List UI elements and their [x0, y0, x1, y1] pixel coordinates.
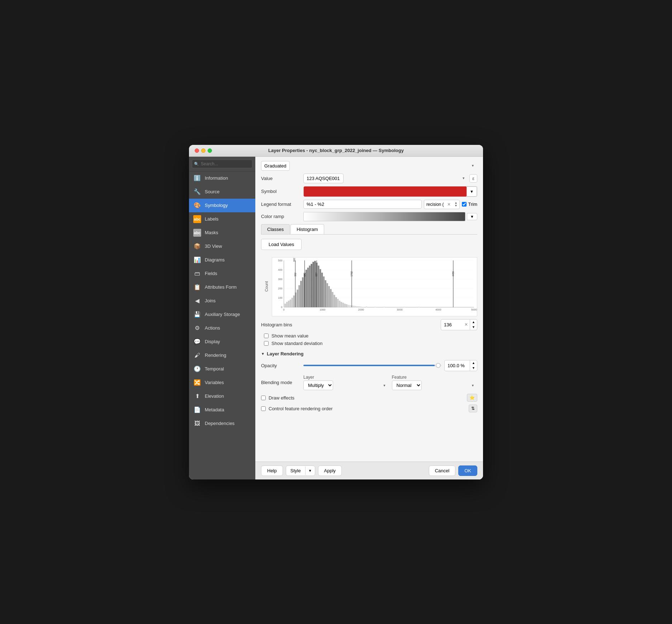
histogram-bins-label: Histogram bins	[261, 322, 292, 327]
trim-checkbox[interactable]	[462, 202, 467, 207]
collapse-arrow-icon[interactable]: ▼	[261, 352, 265, 356]
sidebar-item-joins[interactable]: ◀ Joins	[189, 294, 255, 308]
maximize-button[interactable]	[208, 148, 212, 153]
tab-classes[interactable]: Classes	[261, 224, 290, 234]
opacity-row: Opacity 100.0 % ▲ ▼	[261, 360, 477, 371]
legend-format-label: Legend format	[261, 202, 300, 207]
opacity-slider[interactable]	[303, 365, 441, 366]
feature-blend-select[interactable]: Normal Multiply Screen	[392, 380, 422, 390]
svg-rect-22	[288, 301, 289, 307]
rendering-icon: 🖌	[193, 351, 201, 359]
dependencies-icon: 🖼	[193, 420, 201, 427]
svg-text:302: 302	[293, 257, 295, 261]
color-ramp-bar[interactable]	[303, 212, 465, 221]
precision-clear-button[interactable]: ✕	[445, 201, 453, 208]
attributes-form-icon: 📋	[193, 283, 201, 291]
opacity-down-button[interactable]: ▼	[470, 365, 477, 371]
svg-rect-65	[375, 307, 376, 307]
style-dropdown-button[interactable]: ▼	[305, 467, 315, 475]
ok-button[interactable]: OK	[458, 465, 477, 476]
svg-text:4000: 4000	[435, 308, 441, 311]
sidebar-item-masks[interactable]: abc Masks	[189, 226, 255, 240]
svg-rect-37	[314, 261, 316, 307]
minimize-button[interactable]	[201, 148, 205, 153]
sidebar-item-label: Elevation	[205, 393, 224, 399]
svg-rect-27	[297, 289, 298, 307]
sidebar-item-label: Labels	[205, 216, 218, 222]
svg-rect-41	[321, 273, 323, 307]
legend-format-input[interactable]	[303, 200, 422, 209]
trim-checkbox-row: Trim	[462, 202, 477, 207]
sidebar-item-variables[interactable]: 🔀 Variables	[189, 376, 255, 389]
bins-clear-button[interactable]: ✕	[463, 321, 470, 328]
information-icon: ℹ️	[193, 174, 201, 182]
load-values-button[interactable]: Load Values	[261, 239, 302, 250]
sidebar-item-actions[interactable]: ⚙ Actions	[189, 321, 255, 335]
svg-text:2000: 2000	[358, 308, 364, 311]
bins-input[interactable]	[441, 321, 463, 328]
graduated-dropdown-row: Graduated	[261, 161, 477, 171]
control-order-settings-button[interactable]: ⇅	[469, 405, 477, 412]
epsilon-button[interactable]: ε	[469, 174, 477, 183]
precision-down-button[interactable]: ▼	[455, 204, 458, 207]
value-select[interactable]: 123 AQSQE001	[303, 174, 344, 183]
sidebar-item-display[interactable]: 💬 Display	[189, 335, 255, 349]
legend-format-row: Legend format recision ( ✕ ▲ ▼	[261, 200, 477, 209]
show-std-checkbox[interactable]	[264, 341, 269, 346]
search-input[interactable]	[192, 160, 252, 168]
sidebar-item-3dview[interactable]: 📦 3D View	[189, 240, 255, 253]
svg-rect-50	[337, 299, 339, 307]
tab-histogram[interactable]: Histogram	[290, 224, 324, 234]
sidebar-item-rendering[interactable]: 🖌 Rendering	[189, 349, 255, 362]
precision-label: recision (	[426, 202, 444, 207]
svg-rect-66	[383, 307, 385, 307]
symbol-dropdown-button[interactable]: ▼	[467, 186, 477, 197]
layer-rendering-header: ▼ Layer Rendering	[261, 351, 477, 356]
svg-rect-42	[323, 276, 325, 307]
color-ramp-container: ▼	[303, 212, 477, 221]
bins-down-button[interactable]: ▼	[470, 325, 477, 330]
sidebar-item-fields[interactable]: 🗃 Fields	[189, 267, 255, 280]
close-button[interactable]	[195, 148, 199, 153]
auxiliary-storage-icon: 💾	[193, 311, 201, 318]
show-mean-label: Show mean value	[271, 333, 308, 339]
sidebar-item-symbology[interactable]: 🎨 Symbology	[189, 199, 255, 212]
svg-rect-62	[358, 306, 360, 307]
sidebar-item-source[interactable]: 🔧 Source	[189, 185, 255, 199]
sidebar-item-auxiliary-storage[interactable]: 💾 Auxiliary Storage	[189, 308, 255, 321]
sidebar-item-attributes-form[interactable]: 📋 Attributes Form	[189, 280, 255, 294]
sidebar-item-elevation[interactable]: ⬆ Elevation	[189, 389, 255, 403]
labels-icon: abc	[193, 215, 201, 223]
source-icon: 🔧	[193, 188, 201, 196]
sidebar-item-diagrams[interactable]: 📊 Diagrams	[189, 253, 255, 267]
sidebar-item-labels[interactable]: abc Labels	[189, 212, 255, 226]
apply-button[interactable]: Apply	[318, 465, 342, 476]
symbol-bar[interactable]	[304, 186, 467, 197]
sidebar-item-temporal[interactable]: 🕐 Temporal	[189, 362, 255, 376]
layer-blend-select[interactable]: Multiply Normal Screen Overlay	[303, 380, 333, 390]
sidebar-items-list: ℹ️ Information 🔧 Source 🎨 Symbology abc …	[189, 171, 255, 479]
sidebar-item-metadata[interactable]: 📄 Metadata	[189, 403, 255, 417]
color-ramp-row: Color ramp ▼	[261, 212, 477, 221]
style-button[interactable]: Style	[286, 466, 305, 476]
svg-rect-54	[344, 303, 346, 307]
bins-up-button[interactable]: ▲	[470, 320, 477, 325]
draw-effects-settings-button[interactable]: ⭐	[467, 394, 477, 402]
help-button[interactable]: Help	[261, 465, 283, 476]
content-scroll: Graduated Value 123 AQSQE001 ε	[255, 157, 483, 462]
opacity-thumb	[436, 363, 441, 368]
control-order-checkbox[interactable]	[261, 406, 266, 411]
value-row: Value 123 AQSQE001 ε	[261, 174, 477, 183]
show-mean-checkbox[interactable]	[264, 334, 269, 338]
sidebar-item-information[interactable]: ℹ️ Information	[189, 171, 255, 185]
draw-effects-checkbox[interactable]	[261, 396, 266, 400]
color-ramp-dropdown-button[interactable]: ▼	[467, 213, 477, 220]
display-icon: 💬	[193, 338, 201, 346]
svg-rect-36	[313, 262, 314, 307]
cancel-button[interactable]: Cancel	[429, 465, 455, 476]
graduated-select[interactable]: Graduated	[261, 161, 290, 171]
sidebar-item-dependencies[interactable]: 🖼 Dependencies	[189, 417, 255, 430]
opacity-up-button[interactable]: ▲	[470, 360, 477, 366]
sidebar-item-label: Dependencies	[205, 421, 235, 426]
symbol-label: Symbol	[261, 189, 300, 194]
